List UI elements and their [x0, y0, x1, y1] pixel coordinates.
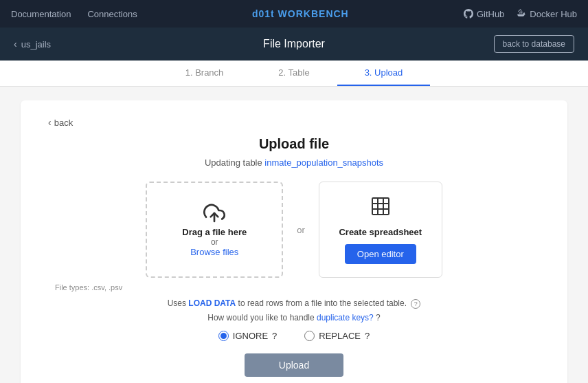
- uses-text: Uses: [168, 298, 186, 308]
- back-link[interactable]: ‹ back: [48, 117, 540, 128]
- ignore-help-icon[interactable]: ?: [272, 331, 277, 341]
- open-editor-button[interactable]: Open editor: [345, 244, 416, 264]
- step-branch[interactable]: 1. Branch: [158, 61, 251, 86]
- drag-text: Drag a file here: [182, 227, 247, 237]
- nav-logo: d01t WORKBENCH: [252, 8, 349, 19]
- back-to-database-button[interactable]: back to database: [494, 35, 574, 53]
- duplicate-help-icon[interactable]: ?: [376, 313, 381, 322]
- duplicate-prefix: How would you like to handle: [207, 313, 314, 322]
- ignore-label: IGNORE: [233, 331, 268, 341]
- radio-row: IGNORE ? REPLACE ?: [48, 331, 540, 341]
- table-name-link[interactable]: inmate_population_snapshots: [264, 157, 383, 168]
- replace-label: REPLACE: [319, 331, 361, 341]
- load-data-info: Uses LOAD DATA to read rows from a file …: [48, 298, 540, 309]
- logo-o: 0: [258, 8, 264, 19]
- step-table[interactable]: 2. Table: [251, 61, 337, 86]
- logo-workbench: WORKBENCH: [275, 8, 349, 19]
- file-drop-zone[interactable]: Drag a file here or Browse files: [146, 182, 283, 278]
- back-chevron-icon: ‹: [14, 39, 17, 50]
- or-divider: or: [283, 225, 319, 235]
- sub-nav: ‹ us_jails File Importer back to databas…: [0, 28, 588, 61]
- ignore-radio[interactable]: [218, 331, 229, 341]
- upload-btn-row: Upload: [48, 353, 540, 377]
- upload-button[interactable]: Upload: [245, 353, 343, 377]
- info-suffix: to read rows from a file into the select…: [238, 298, 407, 308]
- upload-or-text: or: [211, 237, 218, 247]
- page-title: File Importer: [263, 38, 325, 50]
- spreadsheet-icon: [370, 195, 392, 220]
- load-data-link[interactable]: LOAD DATA: [188, 298, 236, 308]
- docker-hub-label: Docker Hub: [530, 9, 577, 19]
- github-icon: [464, 9, 473, 19]
- svg-rect-1: [372, 198, 389, 215]
- docker-icon: [515, 9, 526, 19]
- create-spreadsheet-title: Create spreadsheet: [339, 227, 422, 237]
- github-label: GitHub: [477, 9, 504, 19]
- logo-i: 1: [264, 8, 271, 19]
- updating-text: Updating table inmate_population_snapsho…: [48, 157, 540, 168]
- file-types-label: File types: .csv, .psv: [55, 283, 540, 292]
- nav-left: Documentation Connections: [11, 9, 137, 19]
- replace-radio[interactable]: [304, 331, 315, 341]
- spreadsheet-box: Create spreadsheet Open editor: [319, 182, 442, 278]
- steps-bar: 1. Branch 2. Table 3. Upload: [0, 61, 588, 87]
- load-data-help-icon[interactable]: ?: [411, 299, 420, 309]
- duplicate-keys-row: How would you like to handle duplicate k…: [48, 313, 540, 322]
- upload-icon: [203, 202, 225, 227]
- nav-documentation[interactable]: Documentation: [11, 9, 71, 19]
- browse-files-link[interactable]: Browse files: [190, 247, 238, 257]
- step-upload[interactable]: 3. Upload: [337, 61, 431, 86]
- replace-radio-item[interactable]: REPLACE ?: [304, 331, 370, 341]
- nav-right: GitHub Docker Hub: [464, 9, 577, 19]
- breadcrumb[interactable]: ‹ us_jails: [14, 39, 51, 50]
- nav-github[interactable]: GitHub: [464, 9, 504, 19]
- replace-help-icon[interactable]: ?: [365, 331, 370, 341]
- nav-docker-hub[interactable]: Docker Hub: [515, 9, 577, 19]
- upload-file-title: Upload file: [48, 136, 540, 152]
- back-label: back: [54, 118, 73, 128]
- breadcrumb-label: us_jails: [21, 39, 51, 50]
- nav-connections[interactable]: Connections: [87, 9, 137, 19]
- duplicate-keys-link[interactable]: duplicate keys?: [317, 313, 374, 322]
- back-chevron-icon: ‹: [48, 117, 52, 128]
- upload-row: Drag a file here or Browse files or Crea…: [48, 182, 540, 278]
- back-to-database-container: back to database: [494, 35, 574, 53]
- top-nav: Documentation Connections d01t WORKBENCH…: [0, 0, 588, 28]
- ignore-radio-item[interactable]: IGNORE ?: [218, 331, 278, 341]
- main-content: ‹ back Upload file Updating table inmate…: [0, 87, 588, 383]
- content-card: ‹ back Upload file Updating table inmate…: [21, 100, 567, 383]
